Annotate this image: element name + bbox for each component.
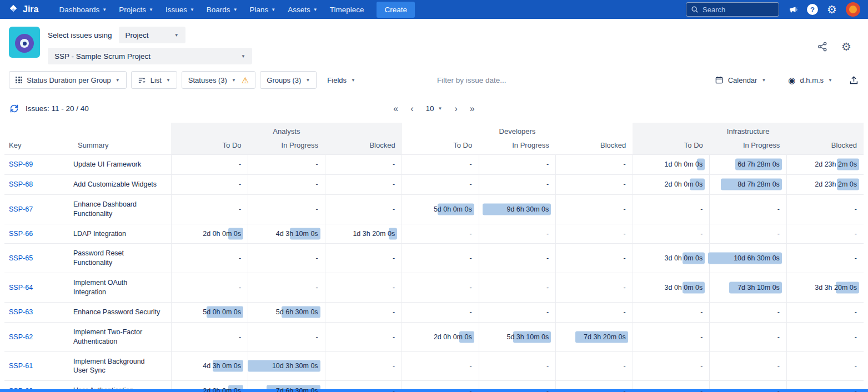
duration-cell: - bbox=[402, 351, 479, 381]
issue-key-link[interactable]: SSP-66 bbox=[9, 230, 33, 238]
duration-cell: - bbox=[325, 155, 402, 175]
issue-key-link[interactable]: SSP-67 bbox=[9, 205, 33, 213]
share-icon[interactable] bbox=[817, 41, 828, 52]
issues-count-label: Issues: 11 - 20 / 40 bbox=[26, 104, 89, 113]
bottom-accent-strip bbox=[0, 389, 868, 392]
first-page-button[interactable]: « bbox=[393, 104, 398, 113]
prev-page-button[interactable]: ‹ bbox=[410, 104, 413, 113]
next-page-button[interactable]: › bbox=[454, 104, 457, 113]
report-toolbar: Status Duration per Group▼ List▼ Statuse… bbox=[0, 69, 868, 96]
jira-report-page: Jira Dashboards▼Projects▼Issues▼Boards▼P… bbox=[0, 0, 868, 392]
duration-cell: 2d 23h 2m 0s bbox=[786, 155, 864, 175]
fields-button[interactable]: Fields▼ bbox=[321, 71, 362, 89]
summary-cell: Implement Two-Factor Authentication bbox=[73, 322, 171, 351]
duration-cell: - bbox=[786, 351, 864, 381]
duration-cell: 3d 0h 0m 0s bbox=[633, 273, 710, 303]
settings-gear-icon[interactable]: ⚙ bbox=[827, 4, 837, 15]
groups-filter-button[interactable]: Groups (3)▼ bbox=[260, 71, 317, 89]
key-cell: SSP-66 bbox=[4, 224, 73, 244]
nav-item-boards[interactable]: Boards▼ bbox=[200, 0, 244, 19]
issue-key-link[interactable]: SSP-62 bbox=[9, 333, 33, 341]
jira-logo[interactable]: Jira bbox=[8, 4, 38, 15]
duration-cell: - bbox=[710, 224, 787, 244]
table-row: SSP-63Enhance Password Security5d 0h 0m … bbox=[4, 302, 864, 322]
issues-bar: Issues: 11 - 20 / 40 « ‹ 10▼ › » bbox=[0, 96, 868, 123]
chevron-down-icon: ▼ bbox=[190, 8, 194, 12]
issue-key-link[interactable]: SSP-68 bbox=[9, 180, 33, 188]
duration-cell: - bbox=[325, 273, 402, 303]
report-settings-gear-icon[interactable]: ⚙ bbox=[841, 41, 851, 52]
column-header-developers-blocked: Blocked bbox=[556, 137, 633, 155]
search-input[interactable] bbox=[703, 6, 774, 14]
key-cell: SSP-62 bbox=[4, 322, 73, 351]
table-row: SSP-69Update UI Framework------1d 0h 0m … bbox=[4, 155, 864, 175]
table-row: SSP-62Implement Two-Factor Authenticatio… bbox=[4, 322, 864, 351]
calendar-button[interactable]: Calendar▼ bbox=[709, 71, 772, 89]
announcements-icon[interactable] bbox=[788, 4, 798, 14]
summary-cell: Add Customizable Widgets bbox=[73, 174, 171, 194]
global-search[interactable] bbox=[686, 2, 779, 17]
issue-key-link[interactable]: SSP-63 bbox=[9, 308, 33, 316]
nav-item-projects[interactable]: Projects▼ bbox=[113, 0, 159, 19]
duration-cell: - bbox=[171, 155, 248, 175]
search-icon bbox=[691, 6, 699, 13]
duration-cell: 10d 3h 30m 0s bbox=[248, 351, 325, 381]
page-size-select[interactable]: 10▼ bbox=[426, 104, 443, 113]
column-header-developers-in-progress: In Progress bbox=[479, 137, 556, 155]
brand-name: Jira bbox=[23, 4, 38, 14]
create-button[interactable]: Create bbox=[377, 2, 415, 18]
duration-cell: 5d 3h 10m 0s bbox=[479, 322, 556, 351]
chevron-down-icon: ▼ bbox=[149, 8, 153, 12]
help-icon[interactable]: ? bbox=[807, 4, 818, 15]
issue-key-link[interactable]: SSP-64 bbox=[9, 284, 33, 292]
group-header-developers: Developers bbox=[402, 123, 633, 137]
issue-key-link[interactable]: SSP-69 bbox=[9, 160, 33, 168]
nav-item-timepiece[interactable]: Timepiece bbox=[324, 0, 370, 19]
duration-cell: - bbox=[633, 194, 710, 224]
issue-date-filter-input[interactable] bbox=[437, 76, 548, 84]
duration-cell: - bbox=[171, 322, 248, 351]
duration-cell: - bbox=[710, 322, 787, 351]
duration-format-button[interactable]: ◉ d.h.m.s▼ bbox=[782, 71, 839, 89]
summary-cell: LDAP Integration bbox=[73, 224, 171, 244]
format-eye-icon: ◉ bbox=[788, 76, 795, 84]
duration-cell: - bbox=[479, 273, 556, 303]
duration-cell: 4d 3h 10m 0s bbox=[248, 224, 325, 244]
duration-cell: 5d 0h 0m 0s bbox=[171, 302, 248, 322]
export-icon[interactable] bbox=[849, 75, 859, 86]
chevron-down-icon: ▼ bbox=[313, 8, 318, 12]
duration-cell: - bbox=[556, 302, 633, 322]
statuses-filter-button[interactable]: Statuses (3)▼ ⚠ bbox=[182, 71, 255, 89]
duration-cell: - bbox=[786, 322, 864, 351]
duration-cell: 1d 0h 0m 0s bbox=[633, 155, 710, 175]
user-avatar[interactable] bbox=[846, 2, 860, 17]
warning-icon: ⚠ bbox=[242, 76, 249, 84]
issue-key-link[interactable]: SSP-65 bbox=[9, 254, 33, 262]
duration-cell: - bbox=[402, 224, 479, 244]
view-mode-button[interactable]: List▼ bbox=[131, 71, 177, 89]
duration-cell: - bbox=[479, 174, 556, 194]
last-page-button[interactable]: » bbox=[470, 104, 475, 113]
column-header-developers-to-do: To Do bbox=[402, 137, 479, 155]
nav-item-assets[interactable]: Assets▼ bbox=[282, 0, 323, 19]
report-table-wrapper: AnalystsDevelopersInfrastructureKeySumma… bbox=[0, 123, 868, 392]
duration-cell: - bbox=[402, 244, 479, 273]
issue-key-link[interactable]: SSP-61 bbox=[9, 362, 33, 370]
table-row: SSP-64Implement OAuth Integration------3… bbox=[4, 273, 864, 303]
top-navigation: Jira Dashboards▼Projects▼Issues▼Boards▼P… bbox=[0, 0, 868, 19]
column-header-infrastructure-in-progress: In Progress bbox=[710, 137, 787, 155]
duration-cell: - bbox=[402, 273, 479, 303]
report-type-button[interactable]: Status Duration per Group▼ bbox=[9, 71, 127, 89]
duration-cell: - bbox=[786, 302, 864, 322]
duration-cell: - bbox=[402, 302, 479, 322]
duration-cell: - bbox=[786, 194, 864, 224]
issue-source-select[interactable]: Project▼ bbox=[119, 27, 185, 43]
key-cell: SSP-69 bbox=[4, 155, 73, 175]
nav-item-plans[interactable]: Plans▼ bbox=[244, 0, 282, 19]
nav-item-dashboards[interactable]: Dashboards▼ bbox=[53, 0, 113, 19]
nav-item-issues[interactable]: Issues▼ bbox=[159, 0, 200, 19]
project-select[interactable]: SSP - Sample Scrum Project▼ bbox=[48, 48, 252, 64]
chevron-down-icon: ▼ bbox=[102, 8, 107, 12]
duration-cell: 5d 6h 30m 0s bbox=[248, 302, 325, 322]
refresh-icon[interactable] bbox=[9, 103, 19, 114]
